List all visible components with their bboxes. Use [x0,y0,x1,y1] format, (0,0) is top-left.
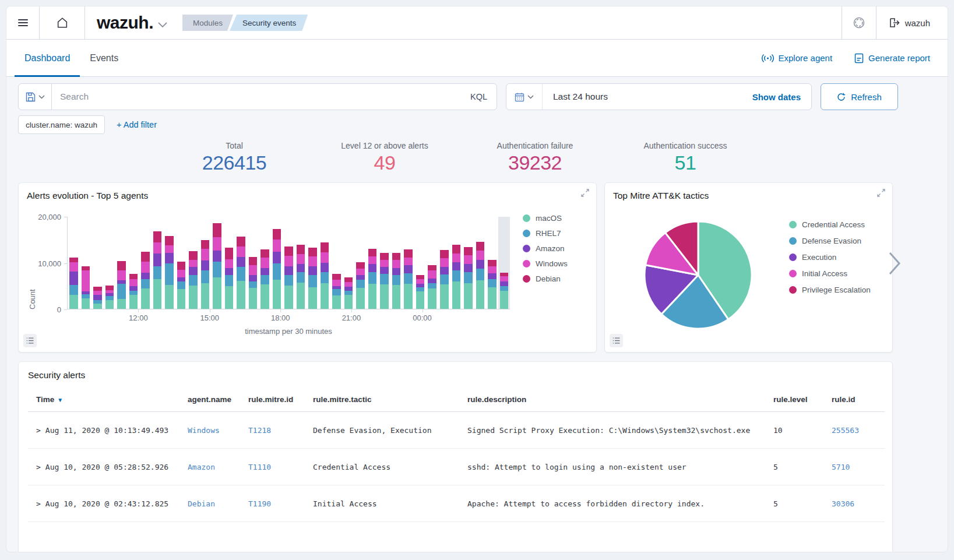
bar-segment-rhel7[interactable] [82,294,90,298]
bar-segment-amazon[interactable] [273,252,281,263]
add-filter-button[interactable]: + Add filter [117,120,157,129]
legend-item-debian[interactable]: Debian [523,274,568,283]
bar-segment-windows[interactable] [440,258,449,267]
bar-segment-debian[interactable] [82,266,90,270]
bar-segment-amazon[interactable] [165,253,174,263]
cell-agent-name[interactable]: Windows [188,426,248,435]
bar-segment-rhel7[interactable] [308,275,317,287]
bar-segment-amazon[interactable] [213,251,221,262]
bar-segment-windows[interactable] [213,237,221,251]
bar-segment-windows[interactable] [476,251,485,260]
bar-segment-debian[interactable] [213,223,221,237]
bar-segment-macos[interactable] [213,277,221,309]
legend-item-amazon[interactable]: Amazon [523,244,568,253]
bar-segment-amazon[interactable] [464,264,473,272]
column-header-rule-description[interactable]: rule.description [467,395,773,404]
bar-segment-rhel7[interactable] [165,263,174,285]
bar-segment-windows[interactable] [416,279,425,284]
bar-segment-rhel7[interactable] [189,275,198,285]
bar-segment-macos[interactable] [225,286,234,309]
column-header-rule-id[interactable]: rule.id [832,395,885,404]
tab-dashboard[interactable]: Dashboard [15,40,80,76]
bar-segment-rhel7[interactable] [428,283,436,288]
bar-segment-rhel7[interactable] [117,284,126,300]
bar-segment-macos[interactable] [141,288,150,309]
legend-item-initial-access[interactable]: Initial Access [789,269,871,278]
bar-segment-macos[interactable] [129,295,138,309]
bar-segment-debian[interactable] [105,286,114,290]
bar-segment-macos[interactable] [464,283,473,309]
column-header-rule-mitre-id[interactable]: rule.mitre.id [248,395,313,404]
legend-toggle-button[interactable] [23,334,37,347]
bar-segment-macos[interactable] [500,291,509,309]
time-range-value[interactable]: Last 24 hours [543,91,608,102]
bar-segment-rhel7[interactable] [416,287,425,291]
bar-segment-windows[interactable] [82,270,90,291]
bar-segment-amazon[interactable] [297,264,305,272]
bar-segment-debian[interactable] [428,265,436,270]
bar-segment-windows[interactable] [464,255,473,264]
bar-segment-debian[interactable] [404,249,413,258]
bar-segment-amazon[interactable] [344,287,353,291]
bar-segment-amazon[interactable] [404,265,413,273]
bar-segment-amazon[interactable] [500,281,509,286]
bar-segment-rhel7[interactable] [105,296,114,300]
bar-segment-rhel7[interactable] [488,279,497,287]
legend-item-credential-access[interactable]: Credential Access [789,220,871,229]
bar-segment-rhel7[interactable] [225,275,234,287]
bar-segment-rhel7[interactable] [452,270,461,281]
bar-segment-debian[interactable] [93,287,102,291]
bar-segment-macos[interactable] [440,284,449,309]
bar-segment-rhel7[interactable] [141,279,150,289]
bar-segment-rhel7[interactable] [356,280,365,287]
bar-segment-rhel7[interactable] [177,281,186,289]
bar-segment-windows[interactable] [69,262,78,272]
show-dates-button[interactable]: Show dates [752,92,811,102]
bar-segment-debian[interactable] [321,242,329,252]
bar-segment-macos[interactable] [153,279,162,309]
bar-segment-amazon[interactable] [284,266,293,275]
bar-segment-rhel7[interactable] [249,281,258,288]
bar-segment-amazon[interactable] [308,266,317,275]
bar-segment-debian[interactable] [488,260,497,266]
bar-segment-macos[interactable] [380,284,389,309]
bar-segment-macos[interactable] [69,295,78,309]
bar-segment-windows[interactable] [201,249,210,261]
bar-segment-macos[interactable] [321,283,329,309]
bar-segment-debian[interactable] [440,250,449,258]
bar-segment-macos[interactable] [344,295,353,309]
legend-item-privilege-escalation[interactable]: Privilege Escalation [789,286,871,294]
bar-segment-macos[interactable] [165,285,174,309]
bar-segment-rhel7[interactable] [440,274,449,284]
bar-segment-amazon[interactable] [380,267,389,274]
bar-segment-macos[interactable] [297,283,305,309]
bar-segment-macos[interactable] [452,281,461,309]
cell-rule-mitre-id[interactable]: T1110 [248,463,313,471]
bar-segment-amazon[interactable] [452,262,461,270]
bar-segment-debian[interactable] [249,257,258,265]
bar-segment-windows[interactable] [189,260,198,267]
user-menu-button[interactable]: wazuh [876,6,948,39]
bar-segment-windows[interactable] [284,256,293,266]
bar-segment-rhel7[interactable] [213,262,221,277]
legend-item-rhel7[interactable]: RHEL7 [523,229,568,238]
bar-segment-macos[interactable] [476,280,485,309]
bar-segment-windows[interactable] [117,270,126,280]
bar-segment-rhel7[interactable] [476,269,485,281]
cell-rule-mitre-id[interactable]: T1190 [248,499,313,508]
bar-segment-amazon[interactable] [392,268,401,276]
bar-segment-debian[interactable] [356,262,365,269]
bar-segment-amazon[interactable] [141,273,150,279]
cell-rule-id[interactable]: 255563 [832,426,885,435]
bar-segment-windows[interactable] [129,279,138,286]
cell-rule-id[interactable]: 5710 [832,463,885,471]
bar-segment-rhel7[interactable] [273,263,281,280]
bar-segment-amazon[interactable] [237,257,245,267]
bar-segment-amazon[interactable] [153,253,162,266]
cell-rule-mitre-id[interactable]: T1218 [248,426,313,435]
bar-segment-macos[interactable] [177,289,186,309]
bar-segment-amazon[interactable] [356,275,365,280]
search-input[interactable] [52,84,461,110]
health-status-button[interactable] [842,6,876,39]
bar-segment-windows[interactable] [153,242,162,253]
